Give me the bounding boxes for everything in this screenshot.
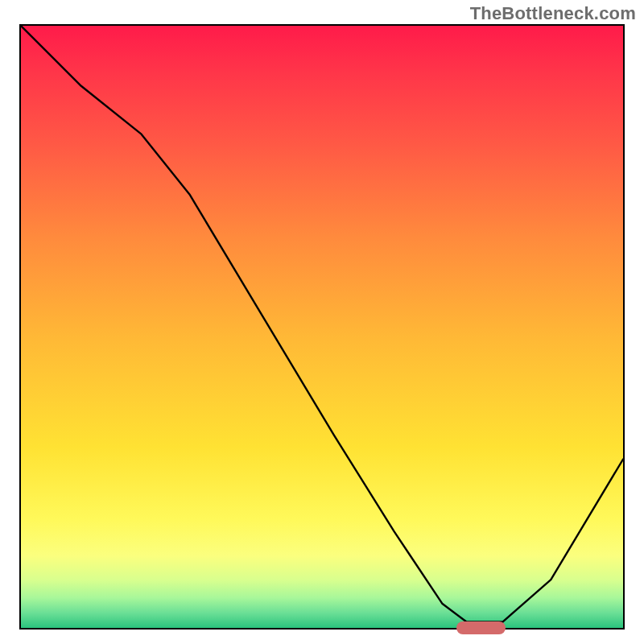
bottleneck-curve — [21, 26, 623, 622]
plot-area — [19, 24, 625, 630]
watermark-text: TheBottleneck.com — [470, 3, 636, 24]
optimum-marker — [456, 621, 505, 634]
curve-svg — [21, 26, 623, 628]
chart-stage: TheBottleneck.com — [0, 0, 644, 644]
